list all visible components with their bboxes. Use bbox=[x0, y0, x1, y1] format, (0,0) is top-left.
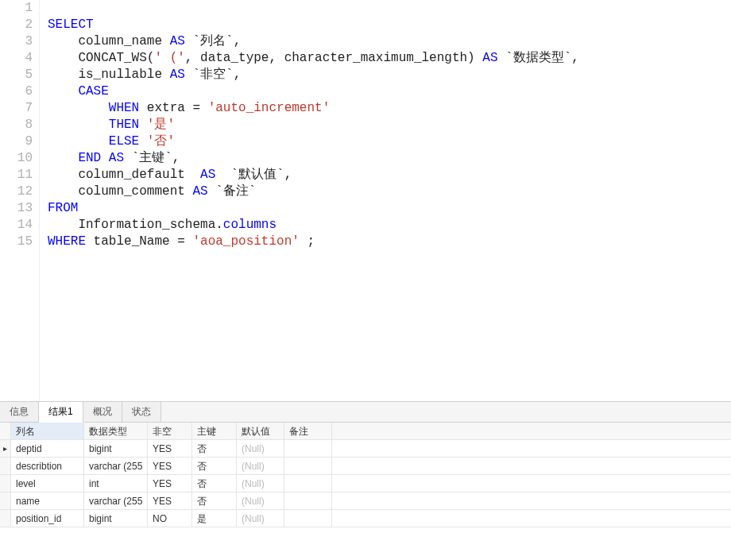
code-line[interactable] bbox=[48, 0, 731, 17]
code-line[interactable]: Information_schema.columns bbox=[48, 217, 731, 234]
results-tab[interactable]: 概况 bbox=[83, 401, 122, 422]
code-line[interactable]: SELECT bbox=[48, 17, 731, 33]
code-line[interactable]: CONCAT_WS(' (', data_type, character_max… bbox=[48, 50, 731, 67]
results-tab[interactable]: 状态 bbox=[122, 401, 161, 422]
code-line[interactable]: END AS `主键`, bbox=[48, 150, 731, 167]
row-marker bbox=[0, 475, 11, 492]
code-token: AS bbox=[109, 151, 124, 165]
line-number: 15 bbox=[0, 234, 39, 250]
code-token: columns bbox=[223, 218, 277, 232]
code-token: ELSE bbox=[109, 134, 139, 149]
grid-cell[interactable]: (Null) bbox=[237, 475, 284, 492]
code-token: CONCAT_WS( bbox=[48, 51, 154, 65]
grid-cell[interactable]: 否 bbox=[192, 458, 237, 474]
code-line[interactable]: column_name AS `列名`, bbox=[48, 33, 731, 50]
code-token: AS bbox=[482, 51, 497, 65]
grid-cell[interactable]: bigint bbox=[84, 510, 148, 527]
grid-cell[interactable]: 是 bbox=[192, 510, 237, 527]
grid-header-cell[interactable]: 列名 bbox=[11, 423, 84, 439]
results-panel: 信息结果1概况状态 列名数据类型非空主键默认值备注 deptidbigintYE… bbox=[0, 401, 731, 527]
grid-header-row: 列名数据类型非空主键默认值备注 bbox=[0, 423, 731, 440]
grid-cell[interactable]: (Null) bbox=[237, 510, 284, 527]
code-line[interactable]: column_default AS `默认值`, bbox=[48, 167, 731, 183]
code-token: `列名`, bbox=[185, 34, 241, 48]
grid-cell[interactable] bbox=[284, 510, 332, 527]
grid-cell[interactable] bbox=[284, 458, 332, 474]
grid-cell[interactable]: NO bbox=[148, 510, 192, 527]
line-number: 14 bbox=[0, 217, 39, 234]
grid-cell[interactable]: bigint bbox=[84, 440, 148, 457]
grid-cell[interactable]: 否 bbox=[192, 475, 237, 492]
code-token bbox=[101, 151, 109, 165]
table-row[interactable]: deptidbigintYES否(Null) bbox=[0, 440, 731, 458]
code-token: AS bbox=[192, 184, 207, 199]
grid-header-cell[interactable]: 备注 bbox=[284, 423, 332, 439]
code-line[interactable]: is_nullable AS `非空`, bbox=[48, 67, 731, 83]
line-number: 9 bbox=[0, 133, 39, 150]
table-row[interactable]: position_idbigintNO是(Null) bbox=[0, 510, 731, 527]
grid-cell[interactable]: (Null) bbox=[237, 492, 284, 509]
code-token: 'aoa_position' bbox=[192, 234, 299, 249]
code-token: END bbox=[78, 151, 101, 165]
line-number: 4 bbox=[0, 50, 39, 67]
grid-header-cell[interactable]: 非空 bbox=[148, 423, 192, 439]
line-number-gutter: 123456789101112131415 bbox=[0, 0, 40, 401]
code-line[interactable]: FROM bbox=[48, 200, 731, 217]
results-tabs: 信息结果1概况状态 bbox=[0, 402, 731, 423]
sql-editor[interactable]: 123456789101112131415 SELECT column_name… bbox=[0, 0, 731, 401]
code-token: WHERE bbox=[48, 234, 86, 249]
grid-cell[interactable]: YES bbox=[148, 475, 192, 492]
grid-header-cell[interactable]: 主键 bbox=[192, 423, 237, 439]
line-number: 5 bbox=[0, 67, 39, 83]
line-number: 2 bbox=[0, 17, 39, 33]
results-tab[interactable]: 结果1 bbox=[39, 401, 83, 423]
grid-cell[interactable]: YES bbox=[148, 440, 192, 457]
table-row[interactable]: levelintYES否(Null) bbox=[0, 475, 731, 492]
grid-cell[interactable]: deptid bbox=[11, 440, 84, 457]
grid-cell[interactable]: varchar (255 bbox=[84, 458, 148, 474]
grid-cell[interactable] bbox=[284, 475, 332, 492]
line-number: 10 bbox=[0, 150, 39, 167]
row-marker bbox=[0, 492, 11, 509]
grid-cell[interactable]: name bbox=[11, 492, 84, 509]
grid-cell[interactable] bbox=[284, 440, 332, 457]
code-token: ' (' bbox=[154, 51, 184, 65]
grid-cell[interactable]: 否 bbox=[192, 492, 237, 509]
code-token: extra = bbox=[139, 101, 207, 115]
table-row[interactable]: describtionvarchar (255YES否(Null) bbox=[0, 458, 731, 475]
grid-cell[interactable]: (Null) bbox=[237, 440, 284, 457]
code-token: `备注` bbox=[208, 184, 257, 199]
grid-cell[interactable]: YES bbox=[148, 492, 192, 509]
code-line[interactable]: WHEN extra = 'auto_increment' bbox=[48, 100, 731, 117]
code-line[interactable]: WHERE table_Name = 'aoa_position' ; bbox=[48, 234, 731, 250]
grid-header-cell[interactable]: 数据类型 bbox=[84, 423, 148, 439]
grid-cell[interactable]: (Null) bbox=[237, 458, 284, 474]
grid-header-cell[interactable]: 默认值 bbox=[237, 423, 284, 439]
code-line[interactable]: CASE bbox=[48, 83, 731, 100]
table-row[interactable]: namevarchar (255YES否(Null) bbox=[0, 492, 731, 510]
code-line[interactable]: ELSE '否' bbox=[48, 133, 731, 150]
code-token bbox=[139, 118, 147, 132]
grid-cell[interactable]: level bbox=[11, 475, 84, 492]
row-marker bbox=[0, 440, 11, 457]
code-token: CASE bbox=[78, 84, 108, 98]
line-number: 12 bbox=[0, 183, 39, 200]
grid-cell[interactable]: int bbox=[84, 475, 148, 492]
code-line[interactable]: THEN '是' bbox=[48, 117, 731, 133]
code-token bbox=[48, 134, 109, 149]
code-token: SELECT bbox=[48, 17, 94, 32]
code-line[interactable]: column_comment AS `备注` bbox=[48, 183, 731, 200]
grid-cell[interactable]: varchar (255 bbox=[84, 492, 148, 509]
code-area[interactable]: SELECT column_name AS `列名`, CONCAT_WS(' … bbox=[40, 0, 731, 250]
grid-cell[interactable] bbox=[284, 492, 332, 509]
grid-cell[interactable]: YES bbox=[148, 458, 192, 474]
grid-cell[interactable]: position_id bbox=[11, 510, 84, 527]
results-tab[interactable]: 信息 bbox=[0, 401, 39, 422]
grid-cell[interactable]: 否 bbox=[192, 440, 237, 457]
code-token: FROM bbox=[48, 201, 78, 215]
grid-cell[interactable]: describtion bbox=[11, 458, 84, 474]
code-token: table_Name = bbox=[86, 234, 192, 249]
code-token: is_nullable bbox=[48, 68, 170, 82]
code-token: `默认值`, bbox=[215, 168, 292, 182]
code-token bbox=[48, 101, 109, 115]
